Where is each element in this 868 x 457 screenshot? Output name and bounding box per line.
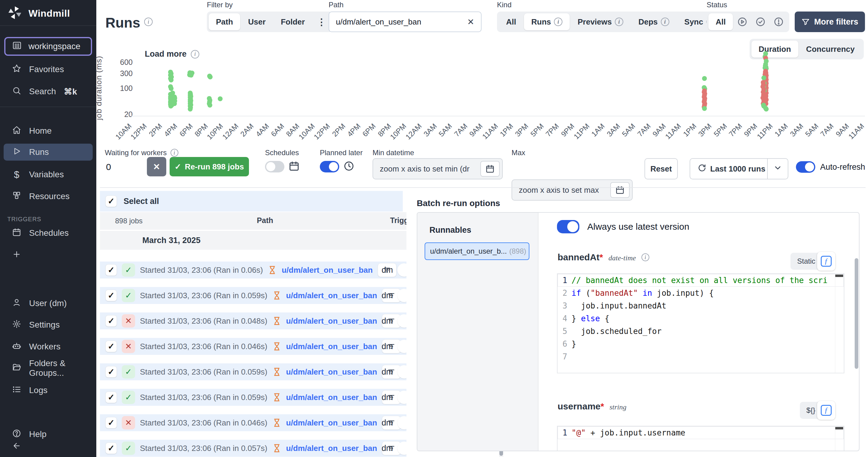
mode-function-button[interactable]: ƒ: [817, 252, 835, 270]
run-row[interactable]: ✓ ✓ Started 31/03, 23:06 (Ran in 0.057s)…: [100, 440, 406, 457]
sidebar-item-favorites[interactable]: Favorites: [0, 61, 96, 78]
min-datetime-calendar-button[interactable]: [480, 161, 500, 177]
tab-duration[interactable]: Duration: [751, 40, 798, 58]
sidebar-item-variables[interactable]: $ Variables: [0, 166, 96, 183]
runs-info-icon[interactable]: i: [144, 18, 153, 26]
path-link[interactable]: u/dm/alert_on_user_ban: [282, 265, 373, 275]
success-job-dot[interactable]: [762, 76, 766, 80]
success-job-dot[interactable]: [208, 75, 213, 79]
chevron-down-icon[interactable]: [773, 163, 782, 175]
min-datetime-value: zoom x axis to set min (dr: [380, 164, 469, 174]
code-editor-username[interactable]: 1"@" + job.input.username: [557, 426, 844, 451]
success-job-dot[interactable]: [189, 73, 193, 78]
filter-by-more-icon[interactable]: ⋮: [313, 13, 331, 30]
code-editor-bannedAt[interactable]: 1// bannedAt does not exist on all versi…: [557, 273, 844, 373]
sidebar-item-search[interactable]: Search ⌘k: [0, 83, 96, 100]
run-row[interactable]: ✓ ✕ Started 31/03, 23:06 (Ran in 0.046s)…: [100, 414, 406, 431]
sidebar-item-schedules[interactable]: Schedules: [0, 225, 96, 241]
code-line: 1// bannedAt does not exist on all versi…: [558, 274, 844, 287]
success-job-dot[interactable]: [702, 106, 707, 111]
row-checkbox[interactable]: ✓: [105, 315, 117, 327]
always-latest-toggle[interactable]: [557, 220, 579, 233]
run-row[interactable]: ✓ ✕ Started 31/03, 23:06 (Ran in 0.046s)…: [100, 338, 406, 355]
kind-deps[interactable]: Depsi: [631, 13, 677, 30]
path-link[interactable]: u/dm/alert_on_user_ban: [286, 418, 377, 428]
kind-all[interactable]: All: [499, 13, 523, 30]
sidebar-item-user[interactable]: User (dm): [0, 295, 96, 312]
reset-button[interactable]: Reset: [645, 158, 678, 179]
editor-scrollbar-thumb[interactable]: [835, 427, 843, 429]
clear-path-icon[interactable]: ✕: [467, 17, 474, 27]
filter-by-path[interactable]: Path: [209, 13, 240, 30]
run-row[interactable]: ✓ ✓ Started 31/03, 23:06 (Ran in 0.059s)…: [100, 363, 406, 380]
row-checkbox[interactable]: ✓: [105, 442, 117, 454]
row-checkbox[interactable]: ✓: [105, 264, 117, 276]
path-link[interactable]: u/dm/alert_on_user_ban: [286, 367, 377, 377]
path-link[interactable]: u/dm/alert_on_user_ban: [286, 342, 377, 351]
mode-function-button[interactable]: ƒ: [817, 401, 835, 420]
success-job-dot[interactable]: [764, 107, 769, 112]
sidebar-item-folders[interactable]: Folders & Groups...: [0, 360, 96, 377]
path-link[interactable]: u/dm/alert_on_user_ban: [286, 393, 377, 402]
row-checkbox[interactable]: ✓: [105, 290, 117, 301]
kind-runs[interactable]: Runsi: [524, 13, 570, 30]
run-row[interactable]: ✓ ✓ Started 31/03, 23:06 (Ran in 0.059s)…: [100, 287, 406, 304]
success-job-dot[interactable]: [172, 101, 177, 106]
success-job-dot[interactable]: [208, 103, 212, 108]
triggered-by: dm: [382, 444, 393, 453]
cancel-selection-button[interactable]: ✕: [147, 157, 166, 176]
row-checkbox[interactable]: ✓: [105, 392, 117, 403]
success-job-dot[interactable]: [218, 96, 223, 101]
row-checkbox[interactable]: ✓: [105, 417, 117, 429]
rerun-jobs-button[interactable]: ✓ Re-run 898 jobs: [169, 157, 249, 176]
row-action-circle[interactable]: [397, 263, 406, 277]
workspace-switcher[interactable]: workingspace: [4, 37, 92, 56]
runnable-item[interactable]: u/dm/alert_on_user_b... (898): [425, 242, 529, 260]
success-job-dot[interactable]: [169, 86, 174, 91]
run-row[interactable]: ✓ ✕ Started 31/03, 23:06 (Ran in 0.048s)…: [100, 312, 406, 330]
row-checkbox[interactable]: ✓: [105, 366, 117, 378]
load-more[interactable]: Load more i: [145, 49, 199, 59]
tab-concurrency[interactable]: Concurrency: [799, 40, 862, 58]
path-link[interactable]: u/dm/alert_on_user_ban: [286, 444, 377, 453]
filter-by-user[interactable]: User: [241, 13, 273, 30]
path-link[interactable]: u/dm/alert_on_user_ban: [286, 316, 377, 326]
add-trigger-button[interactable]: [0, 247, 96, 264]
filter-by-folder[interactable]: Folder: [274, 13, 312, 30]
status-all[interactable]: All: [708, 13, 733, 30]
row-checkbox[interactable]: ✓: [105, 341, 117, 352]
min-datetime-input[interactable]: zoom x axis to set min (dr: [373, 158, 503, 179]
sidebar-item-logs[interactable]: Logs: [0, 382, 96, 399]
more-filters-button[interactable]: More filters: [795, 11, 865, 32]
last-runs-button[interactable]: Last 1000 runs: [690, 158, 788, 179]
auto-refresh-toggle[interactable]: [796, 161, 815, 173]
run-row[interactable]: ✓ ✓ Started 31/03, 23:06 (Ran in 0.06s) …: [100, 261, 406, 279]
status-running-icon[interactable]: [734, 13, 751, 30]
max-datetime-calendar-button[interactable]: [610, 182, 630, 198]
success-job-dot[interactable]: [702, 76, 707, 81]
collapse-sidebar-button[interactable]: [0, 440, 96, 453]
status-failure-icon[interactable]: [770, 13, 787, 30]
info-icon: i: [661, 18, 669, 26]
sidebar-item-home[interactable]: Home: [0, 122, 96, 139]
run-row[interactable]: ✓ ✓ Started 31/03, 23:06 (Ran in 0.059s)…: [100, 389, 406, 406]
select-all-checkbox[interactable]: ✓: [105, 196, 117, 207]
planned-later-toggle[interactable]: [320, 161, 339, 172]
success-job-dot[interactable]: [169, 78, 174, 82]
sidebar-item-settings[interactable]: Settings: [0, 316, 96, 333]
schedules-toggle[interactable]: [265, 161, 284, 172]
sidebar-item-runs[interactable]: Runs: [4, 144, 93, 161]
max-datetime-input[interactable]: zoom x axis to set max: [512, 179, 633, 201]
path-input[interactable]: u/dm/alert_on_user_ban ✕: [329, 11, 482, 32]
min-datetime-label: Min datetime: [373, 148, 414, 157]
path-link[interactable]: u/dm/alert_on_user_ban: [286, 291, 377, 300]
mode-template-label[interactable]: ${}: [807, 406, 815, 415]
panel-scrollbar-thumb[interactable]: [855, 258, 858, 369]
sidebar-item-workers[interactable]: Workers: [0, 338, 96, 355]
editor-scrollbar-thumb[interactable]: [835, 275, 843, 277]
success-job-dot[interactable]: [188, 107, 193, 112]
sidebar-item-resources[interactable]: Resources: [0, 188, 96, 205]
kind-previews[interactable]: Previewsi: [570, 13, 630, 30]
mode-static-label[interactable]: Static: [797, 257, 815, 265]
status-success-icon[interactable]: [752, 13, 769, 30]
